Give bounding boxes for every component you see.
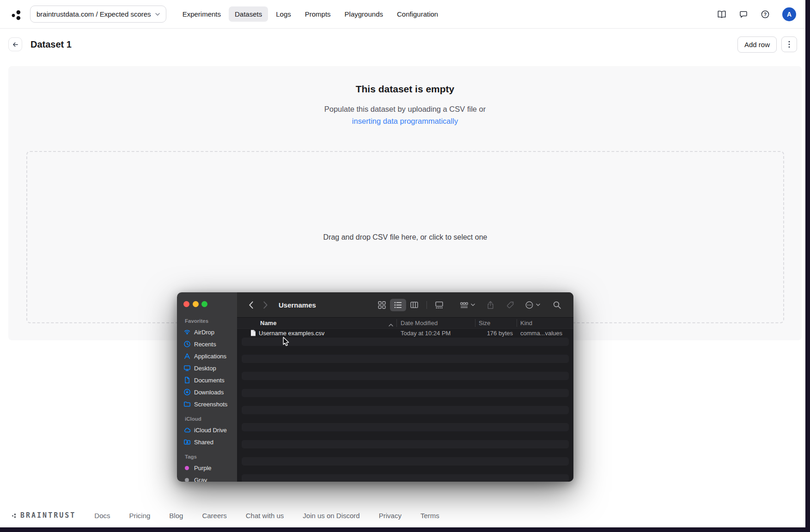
page-title: Dataset 1	[30, 39, 72, 50]
nav-item-datasets[interactable]: Datasets	[229, 6, 268, 22]
tags-icon[interactable]	[506, 301, 515, 309]
org-project-breadcrumb[interactable]: braintrustdata.com / Expected scores	[30, 6, 166, 23]
top-nav: braintrustdata.com / Expected scores Exp…	[0, 0, 805, 29]
footer: BRAINTRUST DocsPricingBlogCareersChat wi…	[0, 503, 805, 527]
forward-chevron-icon[interactable]	[263, 301, 268, 309]
file-name: Username examples.csv	[259, 330, 324, 337]
group-by-control[interactable]	[460, 301, 475, 309]
column-view-icon	[410, 301, 419, 309]
nav-item-prompts[interactable]: Prompts	[299, 6, 337, 22]
sidebar-item-purple[interactable]: Purple	[183, 462, 237, 474]
applications-icon	[183, 352, 191, 360]
share-icon[interactable]	[486, 301, 495, 309]
search-icon[interactable]	[553, 301, 561, 309]
sidebar-item-desktop[interactable]: Desktop	[183, 362, 237, 374]
footer-link-docs[interactable]: Docs	[94, 512, 110, 520]
minimize-window-button[interactable]	[193, 301, 199, 307]
avatar[interactable]: A	[782, 7, 796, 21]
sidebar-item-downloads[interactable]: Downloads	[183, 386, 237, 398]
sidebar-section-favorites: FavoritesAirDropRecentsApplicationsDeskt…	[183, 318, 237, 410]
sidebar-item-applications[interactable]: Applications	[183, 350, 237, 362]
empty-state-text: Populate this dataset by uploading a CSV…	[8, 105, 802, 114]
empty-row	[237, 363, 573, 372]
sidebar-item-screenshots[interactable]: Screenshots	[183, 398, 237, 410]
primary-nav: ExperimentsDatasetsLogsPromptsPlayground…	[177, 6, 445, 22]
gallery-view-button[interactable]	[431, 299, 447, 311]
footer-link-join-us-on-discord[interactable]: Join us on Discord	[303, 512, 359, 520]
sidebar-item-label: Downloads	[194, 389, 224, 396]
empty-row	[237, 448, 573, 457]
column-header-date-modified[interactable]: Date Modified	[396, 320, 475, 326]
column-view-button[interactable]	[406, 299, 422, 311]
empty-row	[237, 431, 573, 440]
sidebar-item-label: Screenshots	[194, 401, 227, 408]
docs-book-icon[interactable]	[717, 10, 726, 19]
column-header-size[interactable]: Size	[475, 320, 517, 326]
footer-link-chat-with-us[interactable]: Chat with us	[246, 512, 284, 520]
sidebar-item-recents[interactable]: Recents	[183, 338, 237, 350]
more-options-button[interactable]	[781, 36, 797, 52]
empty-row	[242, 440, 569, 449]
empty-row	[242, 423, 569, 432]
feedback-chat-icon[interactable]	[739, 10, 748, 19]
sidebar-item-documents[interactable]: Documents	[183, 374, 237, 386]
footer-link-terms[interactable]: Terms	[420, 512, 439, 520]
breadcrumb-label: braintrustdata.com / Expected scores	[37, 10, 151, 18]
csv-file-icon	[250, 330, 256, 336]
empty-row	[242, 457, 569, 466]
list-view-button[interactable]	[390, 299, 406, 311]
tag-dot-icon	[185, 466, 189, 470]
close-window-button[interactable]	[183, 301, 189, 307]
page-header: Dataset 1 Add row	[0, 29, 805, 60]
nav-item-experiments[interactable]: Experiments	[177, 6, 227, 22]
back-chevron-icon[interactable]	[249, 301, 254, 309]
dropzone-text: Drag and drop CSV file here, or click to…	[323, 233, 487, 242]
empty-row	[237, 414, 573, 423]
insert-data-link[interactable]: inserting data programmatically	[352, 117, 458, 125]
chevron-down-icon	[471, 303, 475, 306]
help-icon[interactable]: ?	[761, 10, 770, 19]
file-list: Username examples.csvToday at 10:24 PM17…	[237, 329, 573, 482]
column-separator[interactable]	[517, 319, 517, 327]
empty-row	[242, 474, 569, 482]
file-size: 176 bytes	[475, 330, 517, 337]
empty-state-title: This dataset is empty	[8, 84, 802, 95]
column-header-kind[interactable]: Kind	[517, 320, 573, 326]
sidebar-item-shared[interactable]: Shared	[183, 436, 237, 448]
finder-toolbar: Usernames	[237, 292, 573, 318]
footer-links: DocsPricingBlogCareersChat with usJoin u…	[94, 512, 439, 520]
footer-link-pricing[interactable]: Pricing	[129, 512, 151, 520]
column-separator[interactable]	[396, 319, 397, 327]
footer-link-privacy[interactable]: Privacy	[379, 512, 402, 520]
sidebar-item-label: Desktop	[194, 365, 216, 372]
sort-ascending-icon	[389, 324, 393, 326]
column-header-name[interactable]: Name	[237, 320, 396, 326]
back-button[interactable]	[8, 37, 22, 51]
svg-text:?: ?	[764, 11, 767, 17]
file-row[interactable]: Username examples.csvToday at 10:24 PM17…	[237, 329, 573, 338]
finder-window[interactable]: FavoritesAirDropRecentsApplicationsDeskt…	[177, 292, 573, 482]
nav-item-playgrounds[interactable]: Playgrounds	[339, 6, 389, 22]
more-actions-control[interactable]	[525, 301, 540, 309]
column-separator[interactable]	[475, 319, 475, 327]
sidebar-item-icloud-drive[interactable]: iCloud Drive	[183, 424, 237, 436]
sidebar-item-airdrop[interactable]: AirDrop	[183, 326, 237, 338]
footer-link-blog[interactable]: Blog	[169, 512, 183, 520]
icon-view-button[interactable]	[374, 299, 390, 311]
airdrop-icon	[183, 328, 191, 336]
footer-brand: BRAINTRUST	[11, 511, 76, 520]
sidebar-section-label: iCloud	[185, 416, 237, 422]
sidebar-item-label: Purple	[194, 465, 212, 472]
footer-link-careers[interactable]: Careers	[202, 512, 226, 520]
add-row-button[interactable]: Add row	[737, 36, 777, 53]
sidebar-item-gray[interactable]: Gray	[183, 474, 237, 482]
braintrust-logo-icon	[8, 6, 24, 22]
zoom-window-button[interactable]	[201, 301, 207, 307]
nav-right-cluster: ? A	[717, 7, 796, 21]
nav-item-configuration[interactable]: Configuration	[391, 6, 444, 22]
folder-icon	[183, 400, 191, 408]
nav-item-logs[interactable]: Logs	[270, 6, 297, 22]
toolbar-divider	[426, 301, 427, 309]
chevron-down-icon	[536, 303, 540, 306]
clock-icon	[183, 340, 191, 348]
